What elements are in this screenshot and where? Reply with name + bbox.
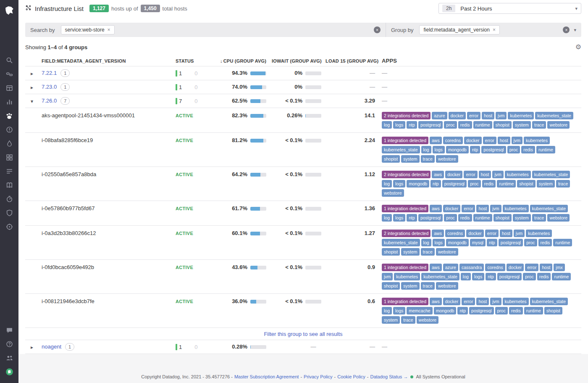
app-badge[interactable]: proc [495, 307, 508, 314]
app-badge[interactable]: postgresql [497, 273, 522, 280]
app-badge[interactable]: system [401, 248, 419, 256]
app-badge[interactable]: jmx [554, 264, 564, 271]
app-badge[interactable]: trace [421, 282, 435, 290]
app-badge[interactable]: logs [393, 214, 405, 222]
app-badge[interactable]: mongodb [434, 307, 457, 314]
app-badge[interactable]: webstore [436, 248, 458, 256]
app-badge[interactable]: postgresql [442, 180, 467, 188]
app-badge[interactable]: webstore [382, 189, 404, 197]
app-badge[interactable]: runtime [536, 146, 555, 153]
app-badge[interactable]: runtime [524, 307, 543, 314]
column-header-cpu[interactable]: ↓CPU (GROUP AVG) [220, 58, 272, 63]
integrations-detected-badge[interactable]: 1 integration detected [382, 205, 428, 212]
app-badge[interactable]: postgresql [418, 214, 443, 222]
app-badge[interactable]: redis [458, 121, 472, 129]
app-badge[interactable]: error [525, 264, 538, 271]
group-by-section[interactable]: Group by field:metadata_agent_version × … [386, 23, 581, 37]
app-badge[interactable]: proc [468, 180, 480, 188]
app-badge[interactable]: redis [482, 180, 496, 188]
app-badge[interactable]: system [382, 316, 400, 324]
app-badge[interactable]: redis [538, 239, 552, 246]
app-badge[interactable]: webstore [547, 214, 570, 222]
app-badge[interactable]: error [462, 298, 475, 305]
app-badge[interactable]: host [500, 230, 512, 237]
app-badge[interactable]: aws [432, 171, 444, 178]
app-badge[interactable]: aws [430, 264, 442, 271]
group-by-tag[interactable]: field:metadata_agent_version × [419, 25, 499, 34]
app-badge[interactable]: system [513, 214, 531, 222]
app-badge[interactable]: shopist [517, 180, 535, 188]
host-name-link[interactable]: i-08bafa8285f6bce19 [42, 137, 93, 143]
notebooks-icon[interactable] [0, 178, 18, 192]
app-badge[interactable]: host [540, 264, 552, 271]
datadog-status-icon[interactable] [0, 365, 18, 379]
search-filter-tag[interactable]: service:web-store × [61, 25, 115, 34]
search-section[interactable]: Search by service:web-store × × [25, 23, 386, 37]
host-name-link[interactable]: i-0e57860b977b5fd67 [42, 205, 95, 211]
app-badge[interactable]: log [382, 180, 392, 188]
app-badge[interactable]: ntp [430, 180, 441, 188]
app-badge[interactable]: system [401, 282, 419, 290]
column-header-load15[interactable]: LOAD 15 (GROUP AVG) [326, 58, 380, 63]
compliance-icon[interactable] [0, 220, 18, 234]
app-badge[interactable]: proc [523, 273, 536, 280]
integrations-detected-badge[interactable]: 1 integration detected [382, 264, 428, 271]
app-badge[interactable]: coredns [443, 137, 463, 144]
app-badge[interactable]: kubernetes_state [535, 112, 573, 119]
column-header-apps[interactable]: APPS [380, 57, 581, 65]
app-badge[interactable]: kubernetes_state [382, 239, 420, 246]
app-badge[interactable]: error [467, 112, 480, 119]
app-badge[interactable]: trace [401, 316, 415, 324]
collapse-group-icon[interactable]: ▾ [31, 98, 33, 104]
app-badge[interactable]: ntp [407, 214, 417, 222]
app-badge[interactable]: webstore [436, 282, 458, 290]
app-badge[interactable]: error [485, 230, 499, 237]
app-badge[interactable]: docker [449, 112, 466, 119]
app-badge[interactable]: jvm [514, 230, 525, 237]
app-badge[interactable]: ntp [457, 307, 468, 314]
app-badge[interactable]: webstore [436, 155, 458, 163]
column-header-status[interactable]: STATUS [176, 58, 220, 63]
app-badge[interactable]: aws [430, 298, 442, 305]
app-badge[interactable]: trace [421, 248, 435, 256]
expand-group-icon[interactable]: ▸ [31, 85, 33, 90]
app-badge[interactable]: docker [445, 171, 463, 178]
group-link[interactable]: 7.23.0 [42, 84, 57, 90]
app-badge[interactable]: jvm [512, 137, 522, 144]
app-badge[interactable]: mongodb [446, 239, 469, 246]
app-badge[interactable]: runtime [497, 180, 516, 188]
app-badge[interactable]: host [482, 112, 494, 119]
app-badge[interactable]: coredns [485, 264, 505, 271]
logs-icon[interactable] [0, 164, 18, 178]
app-badge[interactable]: mongodb [407, 180, 429, 188]
apm-icon[interactable] [0, 192, 18, 206]
group-by-chevron-down-icon[interactable]: ▾ [574, 27, 576, 33]
app-badge[interactable]: mongodb [446, 146, 469, 153]
app-badge[interactable]: memcache [407, 307, 432, 314]
app-badge[interactable]: docker [443, 298, 461, 305]
column-header-group-field[interactable]: FIELD:METADATA_AGENT_VERSION [39, 58, 176, 63]
footer-link[interactable]: Cookie Policy [337, 374, 365, 379]
host-name-link[interactable]: i-0a3d2b33b80266c12 [42, 230, 96, 236]
users-icon[interactable] [0, 351, 18, 365]
group-link[interactable]: 7.22.1 [42, 70, 57, 76]
app-badge[interactable]: webstore [547, 121, 570, 129]
app-badge[interactable]: kubernetes [526, 230, 552, 237]
app-badge[interactable]: shopist [382, 155, 400, 163]
column-header-iowait[interactable]: IOWAIT (GROUP AVG) [272, 58, 326, 63]
events-icon[interactable] [0, 137, 18, 151]
footer-link[interactable]: Privacy Policy [304, 374, 332, 379]
app-badge[interactable]: proc [444, 214, 457, 222]
app-badge[interactable]: redis [537, 273, 551, 280]
time-range-selector[interactable]: 2h Past 2 Hours ▾ [438, 3, 581, 14]
app-badge[interactable]: runtime [553, 239, 572, 246]
host-name-link[interactable]: i-0fd0bcac6059e492b [42, 264, 94, 270]
app-badge[interactable]: kubernetes [508, 112, 534, 119]
app-badge[interactable]: kubernetes [524, 137, 550, 144]
app-badge[interactable]: runtime [473, 121, 492, 129]
app-badge[interactable]: ntp [470, 146, 480, 153]
group-link[interactable]: 7.26.0 [42, 98, 57, 104]
app-badge[interactable]: log [421, 239, 431, 246]
app-badge[interactable]: runtime [473, 214, 492, 222]
search-icon[interactable] [0, 53, 18, 67]
